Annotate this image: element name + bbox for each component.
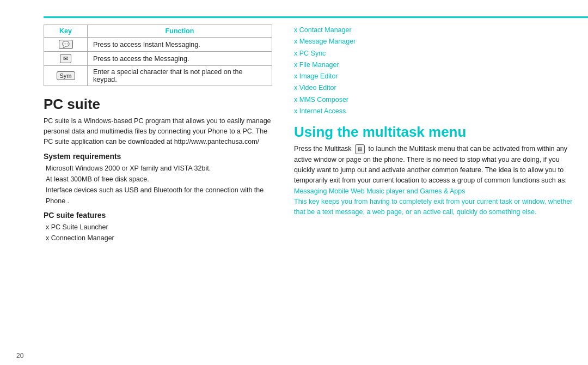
closing-text: This key keeps you from having to comple… xyxy=(294,198,572,216)
table-row: 💬 Press to access Instant Messaging. xyxy=(44,38,272,52)
list-item: x File Manager xyxy=(294,59,577,71)
function-cell-msg: Press to access the Messaging. xyxy=(88,52,272,66)
list-item: x MMS Composer xyxy=(294,94,577,106)
multitask-highlight-line: Messaging Mobile Web Music player and Ga… xyxy=(294,186,577,197)
multitask-intro: Press the Multitask ⊞ to launch the Mult… xyxy=(294,144,577,186)
list-item: x Image Editor xyxy=(294,71,577,82)
key-cell-sym: Sym xyxy=(44,66,88,86)
highlight-text: Messaging Mobile Web Music player and Ga… xyxy=(294,187,465,195)
sys-req-line2: At least 300MB of free disk space. xyxy=(46,174,272,185)
right-column: x Contact Manager x Message Manager x PC… xyxy=(289,25,588,365)
system-req-title: System requirements xyxy=(44,152,272,161)
pc-suite-features-list: x PC Suite Launcher x Connection Manager xyxy=(44,222,272,244)
pc-suite-body: PC suite is a Windows-based PC program t… xyxy=(44,116,272,147)
page-number: 20 xyxy=(16,352,23,360)
feature-item: x PC Suite Launcher xyxy=(46,222,272,233)
left-column: Key Function 💬 Press to access Instant M… xyxy=(0,25,289,365)
list-item: x Contact Manager xyxy=(294,25,577,36)
table-header-key: Key xyxy=(44,25,88,38)
multitask-key-icon: ⊞ xyxy=(355,144,365,154)
feature-item: x Connection Manager xyxy=(46,233,272,244)
list-item: x Internet Access xyxy=(294,106,577,117)
table-row: Sym Enter a special character that is no… xyxy=(44,66,272,86)
message-icon: ✉ xyxy=(60,54,71,63)
sys-req-line3: Interface devices such as USB and Blueto… xyxy=(46,185,272,206)
top-decorative-line xyxy=(44,16,588,18)
list-item: x PC Sync xyxy=(294,48,577,59)
multitask-title: Using the multitask menu xyxy=(294,124,577,141)
multitask-intro-prefix: Press the Multitask xyxy=(294,145,352,153)
page-content: Key Function 💬 Press to access Instant M… xyxy=(0,25,588,365)
table-row: ✉ Press to access the Messaging. xyxy=(44,52,272,66)
im-icon: 💬 xyxy=(59,40,73,49)
function-cell-im: Press to access Instant Messaging. xyxy=(88,38,272,52)
pc-suite-title: PC suite xyxy=(44,96,272,113)
key-cell-msg: ✉ xyxy=(44,52,88,66)
pc-suite-features-title: PC suite features xyxy=(44,211,272,220)
sym-key: Sym xyxy=(57,71,75,80)
system-req-body: Microsoft Windows 2000 or XP family and … xyxy=(44,163,272,206)
key-function-table: Key Function 💬 Press to access Instant M… xyxy=(44,25,272,86)
pc-suite-url: http://www.pantechusa.com/ xyxy=(174,138,259,145)
multitask-closing: This key keeps you from having to comple… xyxy=(294,197,577,218)
list-item: x Message Manager xyxy=(294,36,577,47)
list-item: x Video Editor xyxy=(294,82,577,94)
sys-req-line1: Microsoft Windows 2000 or XP family and … xyxy=(46,163,272,174)
key-cell-im: 💬 xyxy=(44,38,88,52)
right-top-list: x Contact Manager x Message Manager x PC… xyxy=(294,25,577,117)
table-header-function: Function xyxy=(88,25,272,38)
function-cell-sym: Enter a special character that is not pl… xyxy=(88,66,272,86)
